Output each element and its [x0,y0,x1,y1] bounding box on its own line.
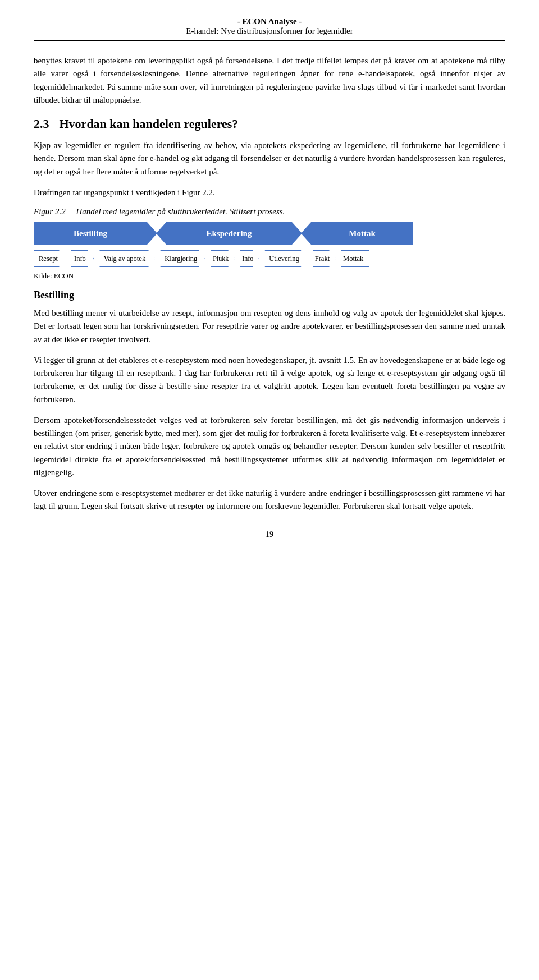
page-number: 19 [34,530,505,539]
header-title: - ECON Analyse - [34,17,505,26]
subsection-bestilling: Bestilling [34,289,505,301]
source-label: Kilde: ECON [34,272,505,280]
section-heading-2-3: 2.3 Hvordan kan handelen reguleres? [34,117,505,131]
main-step-bestilling: Bestilling [34,222,157,245]
figure-caption: Figur 2.2 Handel med legemidler på slutt… [34,207,505,217]
paragraph-7: Utover endringene som e-reseptsystemet m… [34,487,505,513]
sub-step-frakt: Frakt [307,250,336,267]
sub-steps-row: Resept Info Valg av apotek Klargjøring P… [34,250,505,267]
paragraph-6: Dersom apoteket/forsendelsesstedet velge… [34,414,505,479]
sub-step-mottak: Mottak [335,250,369,267]
sub-step-resept: Resept [34,250,66,267]
sub-step-info-1: Info [65,250,94,267]
section-title: Hvordan kan handelen reguleres? [60,117,239,131]
paragraph-5: Vi legger til grunn at det etableres et … [34,354,505,406]
sub-step-info-2: Info [234,250,259,267]
paragraph-2: Kjøp av legemidler er regulert fra ident… [34,139,505,178]
main-step-ekspedering: Ekspedering [156,222,302,245]
process-diagram: Bestilling Ekspedering Mottak Resept Inf… [34,222,505,267]
main-step-mottak: Mottak [301,222,413,245]
section-number: 2.3 [34,117,49,131]
page: - ECON Analyse - E-handel: Nye distribus… [0,0,539,573]
sub-step-valg-av-apotek: Valg av apotek [93,250,155,267]
figure-caption-text: Handel med legemidler på sluttbrukerledd… [76,207,285,216]
sub-step-utlevering: Utlevering [258,250,307,267]
paragraph-3: Drøftingen tar utgangspunkt i verdikjede… [34,186,505,199]
paragraph-4: Med bestilling mener vi utarbeidelse av … [34,307,505,346]
header-subtitle: E-handel: Nye distribusjonsformer for le… [34,26,505,36]
sub-step-plukk: Plukk [204,250,235,267]
header: - ECON Analyse - E-handel: Nye distribus… [34,17,505,41]
main-steps-row: Bestilling Ekspedering Mottak [34,222,505,245]
sub-step-klargjoring: Klargjøring [154,250,205,267]
figure-label: Figur 2.2 [34,207,66,216]
paragraph-1: benyttes kravet til apotekene om leverin… [34,54,505,107]
